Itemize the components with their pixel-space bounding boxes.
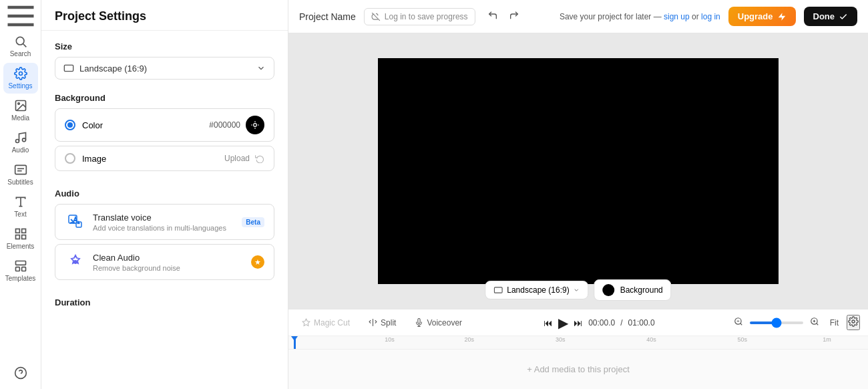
hamburger-menu[interactable] xyxy=(3,5,38,27)
timeline: Magic Cut Split Voiceover ⏮ ▶ ⏭ 00:00.0 xyxy=(288,309,868,389)
ruler-1m: 1m xyxy=(823,336,831,343)
sidebar-item-text[interactable]: Text xyxy=(3,191,38,222)
svg-marker-36 xyxy=(302,319,310,326)
zoom-out-button[interactable] xyxy=(731,315,746,330)
upgrade-button[interactable]: Upgrade xyxy=(728,7,796,26)
sidebar-subtitles-label: Subtitles xyxy=(7,178,33,186)
sidebar-item-elements[interactable]: Elements xyxy=(3,223,38,254)
background-label: Background xyxy=(55,93,274,103)
svg-rect-19 xyxy=(15,261,25,265)
fast-forward-button[interactable]: ⏭ xyxy=(574,317,583,328)
zoom-in-button[interactable] xyxy=(807,315,822,330)
background-control[interactable]: Background xyxy=(594,279,672,301)
audio-label: Audio xyxy=(55,188,274,199)
landscape-icon xyxy=(493,285,503,295)
size-dropdown[interactable]: Landscape (16:9) xyxy=(55,57,274,80)
voiceover-button[interactable]: Voiceover xyxy=(409,315,467,330)
main-area: Project Name Log in to save progress Sav… xyxy=(288,0,868,389)
cloud-off-icon xyxy=(371,12,381,21)
translate-voice-item[interactable]: Translate voice Add voice translations i… xyxy=(55,204,274,240)
translate-voice-title: Translate voice xyxy=(93,213,235,223)
magic-cut-button[interactable]: Magic Cut xyxy=(296,315,355,330)
refresh-icon xyxy=(255,154,264,163)
svg-rect-10 xyxy=(15,165,26,174)
play-button[interactable]: ▶ xyxy=(558,315,568,331)
timeline-ruler: 10s 20s 30s 40s 50s 1m xyxy=(288,336,868,350)
done-button[interactable]: Done xyxy=(804,7,858,26)
svg-point-47 xyxy=(852,320,855,323)
sidebar-item-search[interactable]: Search xyxy=(3,31,38,61)
svg-point-9 xyxy=(22,138,25,142)
sidebar-item-audio[interactable]: Audio xyxy=(3,127,38,158)
svg-rect-17 xyxy=(15,235,19,239)
zoom-slider[interactable] xyxy=(750,321,803,324)
undo-button[interactable] xyxy=(483,6,502,27)
background-color-option[interactable]: Color #000000 xyxy=(55,108,274,142)
save-text: Save your project for later — sign up or… xyxy=(531,12,720,21)
log-in-link[interactable]: log in xyxy=(701,12,720,21)
sidebar-templates-label: Templates xyxy=(5,275,36,282)
svg-rect-20 xyxy=(15,267,19,271)
background-image-option[interactable]: Image Upload xyxy=(55,146,274,171)
project-name[interactable]: Project Name xyxy=(299,11,356,22)
audio-section: Audio Translate voice Add voice translat… xyxy=(55,188,274,284)
clean-audio-icon xyxy=(65,251,86,273)
svg-line-41 xyxy=(740,323,742,326)
duration-section: Duration xyxy=(55,297,274,307)
zoom-controls: Fit xyxy=(731,315,860,330)
chevron-down-icon xyxy=(256,63,266,73)
star-badge: ★ xyxy=(251,255,264,269)
image-option-label: Image xyxy=(82,154,106,164)
timeline-tracks[interactable]: + Add media to this project xyxy=(288,350,868,389)
svg-rect-16 xyxy=(21,229,25,233)
redo-button[interactable] xyxy=(505,6,523,27)
timeline-settings-button[interactable] xyxy=(847,315,860,330)
save-cloud-button[interactable]: Log in to save progress xyxy=(364,8,475,25)
clean-audio-title: Clean Audio xyxy=(93,253,244,263)
svg-point-3 xyxy=(16,37,24,45)
color-hex-value: #000000 xyxy=(209,120,240,130)
current-time: 00:00.0 xyxy=(588,318,615,328)
timeline-toolbar: Magic Cut Split Voiceover ⏮ ▶ ⏭ 00:00.0 xyxy=(288,309,868,336)
settings-panel: Project Settings Size Landscape (16:9) B… xyxy=(41,0,288,389)
color-swatch[interactable] xyxy=(246,116,264,134)
sidebar-item-subtitles[interactable]: Subtitles xyxy=(3,159,38,190)
sidebar-text-label: Text xyxy=(14,211,26,218)
ruler-30s: 30s xyxy=(556,336,566,343)
size-label: Size xyxy=(55,41,274,51)
sidebar-item-media[interactable]: Media xyxy=(3,95,38,126)
split-button[interactable]: Split xyxy=(363,315,401,330)
sidebar-settings-label: Settings xyxy=(8,82,32,90)
rewind-button[interactable]: ⏮ xyxy=(544,317,553,328)
time-separator: / xyxy=(620,318,622,328)
image-radio[interactable] xyxy=(65,153,75,164)
sign-up-link[interactable]: sign up xyxy=(664,12,690,21)
sidebar-item-settings[interactable]: Settings xyxy=(3,63,38,94)
add-media-label: + Add media to this project xyxy=(527,364,630,374)
color-option-label: Color xyxy=(82,120,103,130)
canvas-area: Landscape (16:9) Background xyxy=(288,33,868,309)
clean-audio-item[interactable]: Clean Audio Remove background noise ★ xyxy=(55,244,274,280)
size-section: Size Landscape (16:9) xyxy=(55,41,274,80)
sidebar-media-label: Media xyxy=(11,114,29,122)
upload-button[interactable]: Upload xyxy=(224,154,250,163)
add-media-prompt[interactable]: + Add media to this project xyxy=(527,364,630,374)
panel-title: Project Settings xyxy=(41,0,288,31)
sidebar-item-templates[interactable]: Templates xyxy=(3,255,38,286)
translate-voice-desc: Add voice translations in multi-language… xyxy=(93,224,235,232)
color-radio[interactable] xyxy=(65,120,75,130)
transport-controls: ⏮ ▶ ⏭ 00:00.0 / 01:00.0 xyxy=(544,315,654,331)
beta-badge: Beta xyxy=(242,217,264,227)
svg-rect-18 xyxy=(21,235,25,239)
svg-point-8 xyxy=(15,140,19,143)
duration-label: Duration xyxy=(55,297,274,307)
chevron-down-canvas-icon xyxy=(574,287,580,293)
sidebar-search-label: Search xyxy=(10,50,31,57)
translate-icon xyxy=(65,211,86,233)
sidebar-item-help[interactable] xyxy=(3,362,38,384)
svg-rect-24 xyxy=(64,65,73,71)
ruler-40s: 40s xyxy=(646,336,656,343)
fit-button[interactable]: Fit xyxy=(826,317,843,329)
checkmark-icon xyxy=(839,12,848,21)
landscape-control[interactable]: Landscape (16:9) xyxy=(485,281,588,299)
